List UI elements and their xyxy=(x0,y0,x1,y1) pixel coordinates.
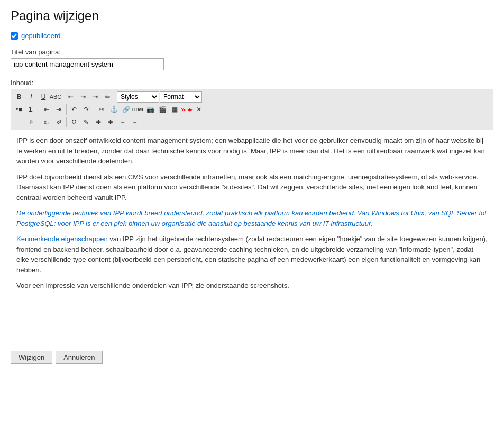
italic-button[interactable]: I xyxy=(25,91,37,103)
content-para-1: IPP is een door onszelf ontwikkeld conte… xyxy=(16,135,488,167)
extra-btn3[interactable]: − xyxy=(117,116,129,128)
toolbar-separator-3 xyxy=(39,104,39,115)
save-button[interactable]: Wijzigen xyxy=(11,351,52,364)
toolbar-row-2: •■ 1. ⇤ ⇥ ↶ ↷ ✂ ⚓ 🔗 HTML 📷 🎬 ▦ You▶ ✕ xyxy=(13,104,491,115)
editor-content[interactable]: IPP is een door onszelf ontwikkeld conte… xyxy=(11,130,493,342)
redo-button[interactable]: ↷ xyxy=(80,104,92,115)
anchor-button[interactable]: ⚓ xyxy=(108,104,120,115)
ordered-list-button[interactable]: 1. xyxy=(25,104,37,115)
source-button[interactable]: ⎘ xyxy=(25,116,37,128)
toolbar-separator-5 xyxy=(94,104,94,115)
form-buttons: Wijzigen Annuleren xyxy=(11,351,493,364)
subscript-button[interactable]: x₂ xyxy=(41,116,52,128)
align-justify-button[interactable]: ⇦ xyxy=(102,91,113,103)
underline-button[interactable]: U xyxy=(38,91,49,103)
align-left-button[interactable]: ⇤ xyxy=(65,91,77,103)
editor-container: B I U ABC ⇤ ⇥ ⇥ ⇦ Styles Format •■ 1. ⇤ … xyxy=(11,89,493,342)
toolbar-separator-6 xyxy=(39,117,39,127)
page-title-input[interactable] xyxy=(11,58,164,70)
media-button[interactable]: 🎬 xyxy=(157,104,168,115)
styles-select[interactable]: Styles xyxy=(117,91,159,103)
strikethrough-button[interactable]: ABC xyxy=(50,91,61,103)
page-title: Pagina wijzigen xyxy=(11,8,493,23)
align-center-button[interactable]: ⇥ xyxy=(77,91,89,103)
format-select[interactable]: Format xyxy=(160,91,202,103)
toolbar-separator-1 xyxy=(63,92,63,102)
content-para-3: De onderliggende techniek van IPP wordt … xyxy=(16,208,488,229)
cancel-button[interactable]: Annuleren xyxy=(56,351,103,364)
image-button[interactable]: 📷 xyxy=(144,104,156,115)
content-para-2: IPP doet bijvoorbeeld dienst als een CMS… xyxy=(16,172,488,203)
unordered-list-button[interactable]: •■ xyxy=(13,104,25,115)
published-checkbox[interactable] xyxy=(11,32,18,40)
extra-btn2[interactable]: ✚ xyxy=(105,116,116,128)
content-para-4: Kenmerkende eigenschappen van IPP zijn h… xyxy=(16,234,488,275)
align-right-button[interactable]: ⇥ xyxy=(89,91,101,103)
content-para-5: Voor een impressie van verschillende ond… xyxy=(16,280,488,291)
editor-toolbar: B I U ABC ⇤ ⇥ ⇥ ⇦ Styles Format •■ 1. ⇤ … xyxy=(11,89,493,130)
toolbar-separator-4 xyxy=(66,104,67,115)
omega-button[interactable]: Ω xyxy=(68,116,80,128)
content-label: Inhoud: xyxy=(11,79,493,87)
published-label[interactable]: gepubliceerd xyxy=(21,32,60,40)
superscript-button[interactable]: x² xyxy=(53,116,65,128)
toolbar-row-1: B I U ABC ⇤ ⇥ ⇥ ⇦ Styles Format xyxy=(13,91,491,103)
bold-button[interactable]: B xyxy=(13,91,25,103)
fullscreen-button[interactable]: □ xyxy=(13,116,25,128)
outdent-button[interactable]: ⇤ xyxy=(41,104,52,115)
extra-btn1[interactable]: ✚ xyxy=(93,116,104,128)
cut-button[interactable]: ✂ xyxy=(96,104,107,115)
toolbar-separator-2 xyxy=(115,92,115,102)
extra-btn4[interactable]: − xyxy=(129,116,141,128)
youtube-button[interactable]: You▶ xyxy=(181,104,193,115)
toolbar-separator-7 xyxy=(66,117,67,127)
special-char-button[interactable]: ✕ xyxy=(193,104,205,115)
undo-button[interactable]: ↶ xyxy=(68,104,80,115)
html-button[interactable]: HTML xyxy=(132,104,144,115)
link-button[interactable]: 🔗 xyxy=(120,104,132,115)
indent-button[interactable]: ⇥ xyxy=(53,104,65,115)
title-field-label: Titel van pagina: xyxy=(11,48,493,56)
pencil-button[interactable]: ✎ xyxy=(80,116,92,128)
toolbar-row-3: □ ⎘ x₂ x² Ω ✎ ✚ ✚ − − xyxy=(13,116,491,128)
table-button[interactable]: ▦ xyxy=(169,104,180,115)
